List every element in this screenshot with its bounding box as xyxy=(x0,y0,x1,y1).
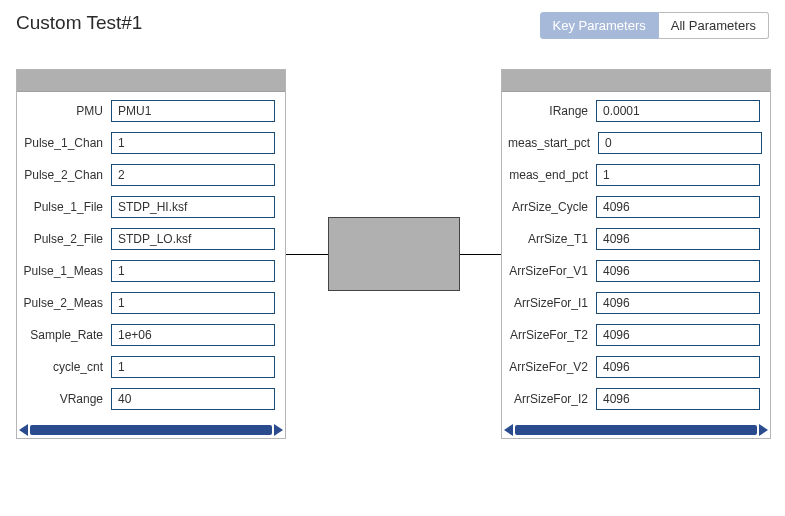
param-label: ArrSizeFor_V2 xyxy=(508,360,596,374)
param-row: ArrSizeFor_V2 xyxy=(508,356,760,378)
param-row: Pulse_1_File xyxy=(23,196,275,218)
param-input[interactable] xyxy=(596,324,760,346)
param-tab-group: Key Parameters All Parameters xyxy=(540,12,769,39)
param-label: ArrSizeFor_I2 xyxy=(508,392,596,406)
param-row: ArrSizeFor_I1 xyxy=(508,292,760,314)
wire-left xyxy=(286,254,328,255)
param-label: Pulse_2_Meas xyxy=(23,296,111,310)
param-row: VRange xyxy=(23,388,275,410)
param-row: IRange xyxy=(508,100,760,122)
param-label: ArrSizeFor_T2 xyxy=(508,328,596,342)
tab-all-parameters[interactable]: All Parameters xyxy=(659,12,769,39)
tab-key-parameters[interactable]: Key Parameters xyxy=(540,12,659,39)
param-input[interactable] xyxy=(111,132,275,154)
param-input[interactable] xyxy=(596,292,760,314)
param-input[interactable] xyxy=(596,196,760,218)
scroll-track[interactable] xyxy=(30,425,272,435)
param-row: ArrSizeFor_T2 xyxy=(508,324,760,346)
param-input[interactable] xyxy=(111,292,275,314)
scroll-right-icon[interactable] xyxy=(274,424,283,436)
right-panel-header xyxy=(502,70,770,92)
param-input[interactable] xyxy=(111,324,275,346)
param-label: Pulse_2_Chan xyxy=(23,168,111,182)
param-label: Pulse_1_File xyxy=(23,200,111,214)
page-title: Custom Test#1 xyxy=(16,12,142,34)
param-row: meas_end_pct xyxy=(508,164,760,186)
param-label: meas_start_pct xyxy=(508,136,598,150)
param-row: ArrSize_T1 xyxy=(508,228,760,250)
wire-right xyxy=(460,254,501,255)
left-panel-header xyxy=(17,70,285,92)
param-input[interactable] xyxy=(111,228,275,250)
param-label: meas_end_pct xyxy=(508,168,596,182)
param-label: IRange xyxy=(508,104,596,118)
param-label: Sample_Rate xyxy=(23,328,111,342)
param-row: Sample_Rate xyxy=(23,324,275,346)
param-label: ArrSize_Cycle xyxy=(508,200,596,214)
right-param-panel: IRangemeas_start_pctmeas_end_pctArrSize_… xyxy=(501,69,771,439)
scroll-left-icon[interactable] xyxy=(504,424,513,436)
param-row: Pulse_1_Chan xyxy=(23,132,275,154)
param-label: Pulse_1_Meas xyxy=(23,264,111,278)
left-param-panel: PMUPulse_1_ChanPulse_2_ChanPulse_1_FileP… xyxy=(16,69,286,439)
param-input[interactable] xyxy=(596,228,760,250)
param-row: cycle_cnt xyxy=(23,356,275,378)
param-label: ArrSizeFor_I1 xyxy=(508,296,596,310)
param-row: ArrSize_Cycle xyxy=(508,196,760,218)
param-row: meas_start_pct xyxy=(508,132,760,154)
param-label: PMU xyxy=(23,104,111,118)
param-row: Pulse_1_Meas xyxy=(23,260,275,282)
param-row: ArrSizeFor_I2 xyxy=(508,388,760,410)
param-label: ArrSize_T1 xyxy=(508,232,596,246)
param-input[interactable] xyxy=(111,164,275,186)
param-label: ArrSizeFor_V1 xyxy=(508,264,596,278)
param-row: Pulse_2_File xyxy=(23,228,275,250)
param-input[interactable] xyxy=(596,356,760,378)
param-row: Pulse_2_Meas xyxy=(23,292,275,314)
param-input[interactable] xyxy=(598,132,762,154)
param-label: VRange xyxy=(23,392,111,406)
param-input[interactable] xyxy=(111,196,275,218)
scroll-right-icon[interactable] xyxy=(759,424,768,436)
device-block[interactable] xyxy=(328,217,460,291)
param-input[interactable] xyxy=(111,356,275,378)
param-input[interactable] xyxy=(596,100,760,122)
param-input[interactable] xyxy=(596,164,760,186)
left-panel-scrollbar[interactable] xyxy=(17,424,285,438)
param-input[interactable] xyxy=(111,260,275,282)
param-row: PMU xyxy=(23,100,275,122)
scroll-track[interactable] xyxy=(515,425,757,435)
param-input[interactable] xyxy=(111,100,275,122)
param-input[interactable] xyxy=(111,388,275,410)
param-label: Pulse_2_File xyxy=(23,232,111,246)
param-label: cycle_cnt xyxy=(23,360,111,374)
param-row: ArrSizeFor_V1 xyxy=(508,260,760,282)
param-label: Pulse_1_Chan xyxy=(23,136,111,150)
param-row: Pulse_2_Chan xyxy=(23,164,275,186)
param-input[interactable] xyxy=(596,260,760,282)
param-input[interactable] xyxy=(596,388,760,410)
right-panel-scrollbar[interactable] xyxy=(502,424,770,438)
diagram-canvas: PMUPulse_1_ChanPulse_2_ChanPulse_1_FileP… xyxy=(16,69,771,487)
scroll-left-icon[interactable] xyxy=(19,424,28,436)
